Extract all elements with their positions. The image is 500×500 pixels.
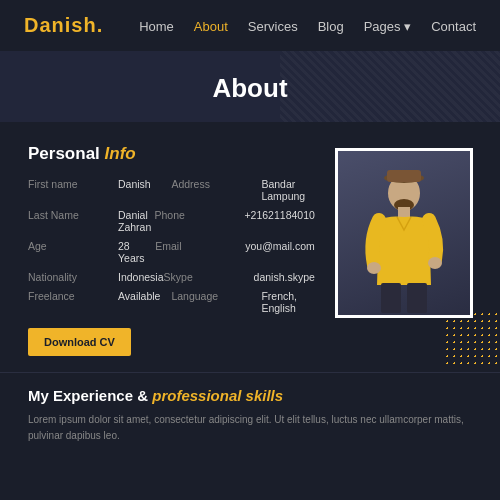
person-illustration (359, 165, 449, 315)
nav-item-services[interactable]: Services (248, 17, 298, 35)
photo-area (335, 144, 485, 356)
nav-item-pages[interactable]: Pages ▾ (364, 17, 411, 35)
logo-yellow: sh. (71, 14, 103, 36)
experience-heading: My Experience & professional skills (28, 387, 472, 404)
svg-point-5 (367, 262, 381, 274)
table-row: Last Name Danial Zahran Phone +216211840… (28, 209, 315, 233)
logo[interactable]: Danish. (24, 14, 103, 37)
table-row: Nationality Indonesia Skype danish.skype (28, 271, 315, 283)
svg-rect-4 (398, 207, 410, 217)
nav-item-blog[interactable]: Blog (318, 17, 344, 35)
svg-point-6 (428, 257, 442, 269)
nav-item-about[interactable]: About (194, 17, 228, 35)
info-table: First name Danish Address Bandar Lampung… (28, 178, 315, 314)
logo-white: Dani (24, 14, 71, 36)
experience-body: Lorem ipsum dolor sit amet, consectetur … (28, 412, 472, 444)
page-title: About (0, 73, 500, 104)
navbar: Danish. Home About Services Blog Pages ▾… (0, 0, 500, 51)
hero-banner: About (0, 51, 500, 122)
profile-photo (338, 151, 470, 315)
nav-links: Home About Services Blog Pages ▾ Contact (139, 17, 476, 35)
personal-info-heading: Personal Info (28, 144, 315, 164)
nav-item-contact[interactable]: Contact (431, 17, 476, 35)
svg-rect-2 (387, 170, 421, 182)
download-cv-button[interactable]: Download CV (28, 328, 131, 356)
table-row: Freelance Available Language French, Eng… (28, 290, 315, 314)
profile-photo-frame (335, 148, 473, 318)
svg-rect-8 (407, 283, 427, 313)
svg-rect-7 (381, 283, 401, 313)
main-content: Personal Info First name Danish Address … (0, 122, 500, 372)
table-row: First name Danish Address Bandar Lampung (28, 178, 315, 202)
table-row: Age 28 Years Email you@mail.com (28, 240, 315, 264)
dot-pattern-decoration (444, 311, 499, 366)
nav-item-home[interactable]: Home (139, 17, 174, 35)
experience-section: My Experience & professional skills Lore… (0, 372, 500, 454)
personal-info-section: Personal Info First name Danish Address … (28, 144, 315, 356)
